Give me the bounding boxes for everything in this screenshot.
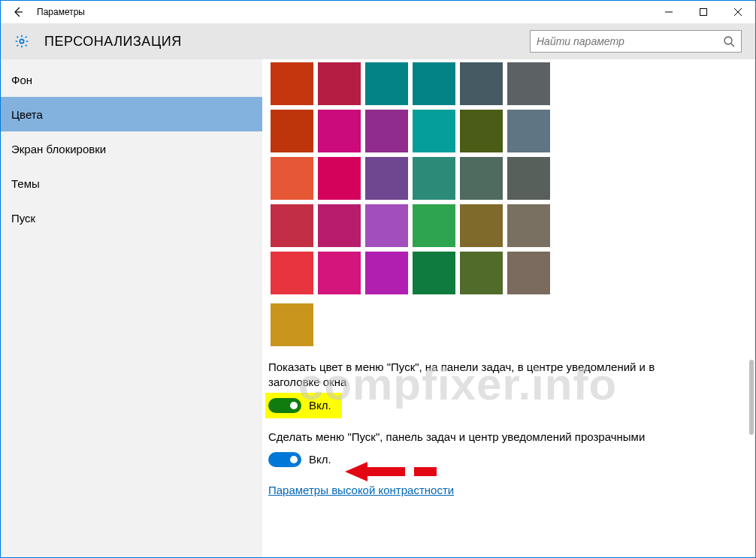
color-swatch[interactable] [365,110,408,152]
svg-line-7 [731,44,734,47]
back-button[interactable] [1,1,35,23]
color-swatch[interactable] [460,62,503,105]
sidebar-item-colors[interactable]: Цвета [1,97,262,131]
color-row [268,252,755,299]
color-row [268,110,755,157]
sidebar-item-label: Фон [11,74,32,86]
sidebar-item-background[interactable]: Фон [1,62,262,97]
color-swatch[interactable] [318,204,361,247]
color-swatch[interactable] [318,252,361,294]
color-swatch[interactable] [413,252,455,294]
search-icon [723,35,735,47]
color-swatch[interactable] [365,157,408,200]
sidebar-item-label: Экран блокировки [11,143,106,155]
color-swatch[interactable] [507,110,550,152]
color-swatch[interactable] [507,252,550,294]
page-heading: ПЕРСОНАЛИЗАЦИЯ [44,34,182,50]
body: Фон Цвета Экран блокировки Темы Пуск Пок… [1,59,755,557]
color-swatch[interactable] [271,303,313,346]
titlebar: Параметры [1,1,755,23]
color-swatch[interactable] [460,204,503,247]
color-row [268,157,755,204]
toggle2-label-text: Сделать меню "Пуск", панель задач и цент… [268,430,659,445]
color-row [268,204,755,252]
color-swatch[interactable] [271,204,313,247]
close-button[interactable] [721,1,755,23]
minimize-button[interactable] [652,1,686,23]
color-swatch[interactable] [271,110,313,152]
color-swatch[interactable] [507,204,550,247]
color-swatch[interactable] [507,62,550,105]
color-swatch[interactable] [460,252,503,294]
toggle2-row: Вкл. [268,452,755,467]
color-row [268,62,755,110]
color-swatch[interactable] [318,110,361,152]
color-swatch[interactable] [271,62,313,105]
toggle-show-color[interactable] [268,398,301,413]
color-swatch[interactable] [413,157,455,200]
high-contrast-link[interactable]: Параметры высокой контрастности [268,484,454,496]
sidebar-item-label: Темы [11,177,40,190]
toggle2-state: Вкл. [309,453,331,466]
sidebar-item-start[interactable]: Пуск [1,201,262,235]
color-swatch[interactable] [271,252,313,294]
color-swatch[interactable] [460,157,503,200]
color-swatch[interactable] [365,252,408,294]
color-swatch[interactable] [413,110,455,152]
window-title: Параметры [35,7,85,17]
toggle1-state: Вкл. [309,399,331,412]
color-swatch[interactable] [460,110,503,152]
sidebar: Фон Цвета Экран блокировки Темы Пуск [1,59,262,557]
toggle1-row: Вкл. [268,398,755,413]
sidebar-item-label: Пуск [11,212,35,225]
svg-point-6 [724,37,732,44]
maximize-button[interactable] [686,1,721,23]
color-swatch[interactable] [365,204,408,247]
gear-icon [14,34,29,49]
settings-window: Параметры ПЕРСОНАЛИЗАЦИЯ Фон Цвета [0,0,756,558]
color-swatch[interactable] [413,204,455,247]
color-swatch[interactable] [271,157,313,200]
color-swatch[interactable] [365,62,408,105]
search-input[interactable] [537,35,723,47]
color-swatch[interactable] [413,62,455,105]
color-grid [268,62,755,346]
content-area: Показать цвет в меню "Пуск", на панели з… [262,59,755,557]
toggle-transparency[interactable] [268,452,301,467]
sidebar-item-lockscreen[interactable]: Экран блокировки [1,131,262,166]
header-band: ПЕРСОНАЛИЗАЦИЯ [1,23,755,59]
svg-rect-2 [700,9,707,16]
sidebar-item-themes[interactable]: Темы [1,166,262,201]
color-swatch[interactable] [507,157,550,200]
toggle1-label-text: Показать цвет в меню "Пуск", на панели з… [268,360,659,391]
color-swatch[interactable] [318,157,361,200]
svg-point-5 [20,39,23,43]
scrollbar-thumb[interactable] [749,360,754,435]
sidebar-item-label: Цвета [11,108,43,121]
color-swatch[interactable] [318,62,361,105]
search-box[interactable] [530,30,742,53]
